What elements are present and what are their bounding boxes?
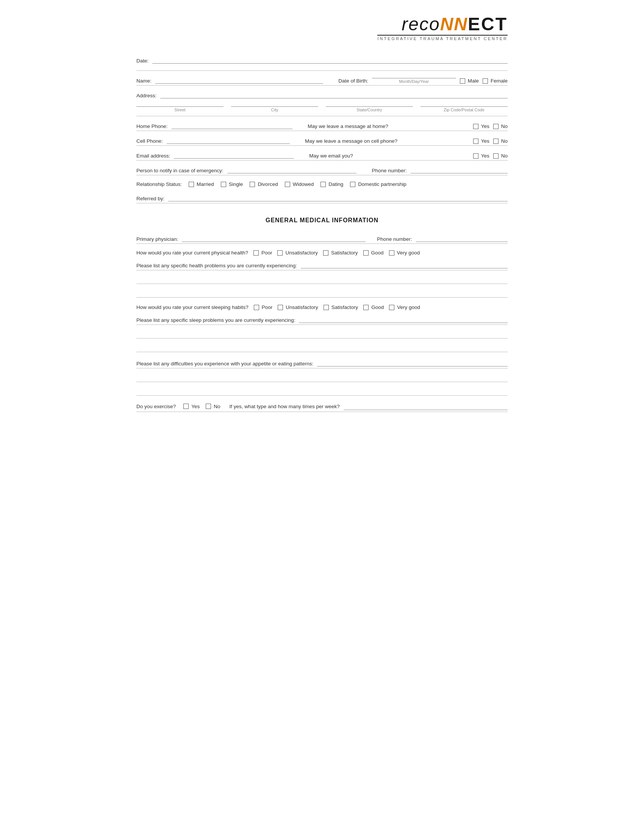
sh-poor-checkbox[interactable]	[254, 305, 259, 310]
widowed-checkbox[interactable]	[285, 182, 290, 187]
name-field[interactable]	[155, 76, 323, 84]
logo-re: re	[402, 14, 419, 34]
msg-home-label: May we leave a message at home?	[308, 124, 469, 129]
emergency-phone-field[interactable]	[411, 166, 508, 174]
sleeping-habits-row: How would you rate your current sleeping…	[136, 304, 508, 310]
sh-poor-label: Poor	[262, 304, 273, 310]
female-checkbox[interactable]	[483, 78, 488, 84]
hp1-divider	[136, 270, 508, 270]
domestic-checkbox[interactable]	[350, 182, 355, 187]
email-field[interactable]	[174, 151, 294, 159]
sh-good-group: Good	[363, 304, 384, 310]
sh-verygood-checkbox[interactable]	[389, 305, 394, 310]
health-line-1[interactable]	[136, 274, 508, 284]
cell-no-checkbox[interactable]	[493, 138, 499, 144]
exercise-type-field[interactable]	[344, 402, 508, 410]
logo-subtitle: INTEGRATIVE TRAUMA TREATMENT CENTER	[377, 36, 508, 41]
sleeping-habits-q: How would you rate your current sleeping…	[136, 304, 248, 310]
emergency-field[interactable]	[227, 166, 357, 174]
referred-row: Referred by:	[136, 194, 508, 201]
ap1-divider	[136, 368, 508, 368]
divorced-label: Divorced	[258, 182, 278, 187]
ph-satisfactory-checkbox[interactable]	[323, 250, 328, 256]
home-yes-checkbox[interactable]	[473, 124, 478, 129]
sleep-line-1[interactable]	[136, 329, 508, 338]
exercise-divider	[136, 412, 508, 412]
sleep-problems-label: Please list any specific sleep problems …	[136, 317, 295, 323]
home-phone-label: Home Phone:	[136, 124, 168, 129]
female-label: Female	[491, 78, 508, 84]
exercise-no-checkbox[interactable]	[206, 404, 211, 409]
date-row: Date:	[136, 56, 508, 64]
logo-nn: NN	[440, 14, 468, 34]
sleep-line-2[interactable]	[136, 342, 508, 352]
married-group: Married	[188, 182, 214, 187]
appetite-line-2[interactable]	[136, 386, 508, 396]
physician-field[interactable]	[182, 234, 365, 242]
sleep-problems-row: Please list any specific sleep problems …	[136, 315, 508, 323]
street-field[interactable]	[136, 100, 224, 107]
divorced-checkbox[interactable]	[250, 182, 255, 187]
email-yes-checkbox[interactable]	[473, 153, 478, 159]
home-no-checkbox[interactable]	[493, 124, 499, 129]
health-problems-field[interactable]	[301, 261, 508, 269]
male-checkbox[interactable]	[460, 78, 465, 84]
address-subrow: Street City State/Country Zip Code/Posta…	[136, 100, 508, 112]
referred-field[interactable]	[168, 194, 508, 201]
domestic-group: Domestic partnership	[350, 182, 406, 187]
sh-unsatisfactory-group: Unsatisfactory	[278, 304, 318, 310]
divorced-group: Divorced	[250, 182, 278, 187]
gmi-section-title: GENERAL MEDICAL INFORMATION	[136, 217, 508, 224]
physician-phone-label: Phone number:	[377, 236, 412, 242]
ph-verygood-checkbox[interactable]	[389, 250, 394, 256]
married-checkbox[interactable]	[188, 182, 194, 187]
ph-verygood-label: Very good	[397, 250, 420, 256]
married-label: Married	[196, 182, 214, 187]
exercise-yes-checkbox[interactable]	[184, 404, 188, 409]
email-yes-group: Yes	[473, 153, 489, 159]
sleep-problems-field[interactable]	[299, 315, 508, 323]
zip-group: Zip Code/Postal Code	[420, 100, 508, 112]
appetite-line-1[interactable]	[136, 372, 508, 382]
date-field[interactable]	[152, 56, 508, 64]
dob-label: Date of Birth:	[338, 78, 368, 84]
health-line-2[interactable]	[136, 288, 508, 298]
emergency-divider	[136, 175, 508, 175]
address-field[interactable]	[160, 91, 508, 98]
name-label: Name:	[136, 78, 151, 84]
home-yes-group: Yes	[473, 124, 489, 129]
exercise-no-label: No	[214, 404, 220, 409]
sh-unsatisfactory-checkbox[interactable]	[278, 305, 283, 310]
ph-good-checkbox[interactable]	[363, 250, 369, 256]
email-no-group: No	[493, 153, 508, 159]
ph-satisfactory-label: Satisfactory	[331, 250, 358, 256]
sh-good-checkbox[interactable]	[363, 305, 369, 310]
home-no-label: No	[501, 124, 508, 129]
ph-unsatisfactory-checkbox[interactable]	[277, 250, 283, 256]
sh-verygood-label: Very good	[397, 304, 420, 310]
appetite-field[interactable]	[317, 359, 508, 367]
ph-verygood-group: Very good	[389, 250, 420, 256]
appetite-row: Please list any difficulties you experie…	[136, 359, 508, 367]
ph-poor-checkbox[interactable]	[253, 250, 259, 256]
physical-health-row: How would you rate your current physical…	[136, 250, 508, 256]
single-checkbox[interactable]	[221, 182, 226, 187]
cell-phone-field[interactable]	[167, 136, 290, 144]
email-no-label: No	[501, 153, 508, 159]
sh-good-label: Good	[371, 304, 384, 310]
physical-health-q: How would you rate your current physical…	[136, 250, 248, 256]
single-label: Single	[229, 182, 243, 187]
state-field[interactable]	[326, 100, 413, 107]
home-phone-field[interactable]	[172, 122, 293, 129]
sh-satisfactory-checkbox[interactable]	[324, 305, 329, 310]
logo-underline	[377, 35, 508, 35]
email-no-checkbox[interactable]	[493, 153, 499, 159]
zip-field[interactable]	[420, 100, 508, 107]
cell-yes-checkbox[interactable]	[473, 138, 478, 144]
physician-phone-field[interactable]	[416, 234, 508, 242]
cell-yes-label: Yes	[481, 138, 489, 144]
dating-checkbox[interactable]	[320, 182, 326, 187]
ph-poor-group: Poor	[253, 250, 272, 256]
city-field[interactable]	[231, 100, 318, 107]
female-checkbox-group: Female	[483, 78, 508, 84]
